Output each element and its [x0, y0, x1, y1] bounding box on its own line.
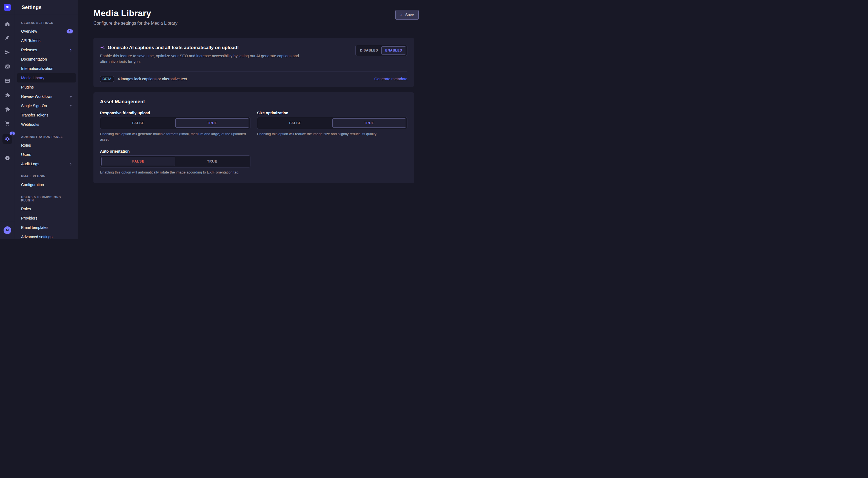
subnav-sections: GLOBAL SETTINGSOverview1API TokensReleas… [15, 15, 78, 239]
user-avatar[interactable]: M [4, 227, 11, 234]
auto-orientation-false-option[interactable]: FALSE [101, 157, 175, 166]
responsive-upload-toggle[interactable]: FALSE TRUE [100, 117, 250, 129]
sidebar-item-releases[interactable]: Releases [17, 45, 75, 55]
sidebar-item-label: Users [21, 152, 73, 157]
save-button[interactable]: ✓ Save [395, 10, 418, 20]
sidebar-item-roles[interactable]: Roles [17, 141, 75, 150]
sidebar-item-label: Advanced settings [21, 235, 73, 239]
responsive-upload-hint: Enabling this option will generate multi… [100, 131, 250, 142]
sidebar-item-label: Internationalization [21, 66, 73, 71]
info-icon[interactable] [5, 155, 10, 161]
sidebar-item-api-tokens[interactable]: API Tokens [17, 36, 75, 45]
responsive-upload-false-option[interactable]: FALSE [101, 118, 175, 128]
sidebar-item-documentation[interactable]: Documentation [17, 55, 75, 64]
sidebar-item-label: Plugins [21, 85, 73, 89]
sidebar-item-label: Releases [21, 48, 69, 52]
ai-toggle-enabled-option[interactable]: ENABLED [381, 46, 406, 55]
sidebar-item-label: Webhooks [21, 122, 73, 127]
settings-subnav: Settings GLOBAL SETTINGSOverview1API Tok… [15, 0, 78, 239]
sidebar-item-label: Configuration [21, 183, 73, 187]
logo-area [0, 0, 15, 15]
page-header: Media Library Configure the settings for… [93, 8, 418, 26]
size-optimization-label: Size optimization [257, 111, 407, 115]
responsive-upload-true-option[interactable]: TRUE [175, 118, 249, 128]
sidebar-item-plugins[interactable]: Plugins [17, 83, 75, 92]
ai-toggle-disabled-option[interactable]: DISABLED [357, 46, 381, 55]
lightning-icon [69, 48, 73, 52]
page-title: Media Library [93, 8, 178, 18]
sidebar-item-overview[interactable]: Overview1 [17, 27, 75, 36]
sidebar-item-webhooks[interactable]: Webhooks [17, 120, 75, 129]
generate-metadata-link[interactable]: Generate metadata [374, 77, 407, 81]
settings-notification-badge: 1 [9, 131, 15, 136]
sidebar-item-email-templates[interactable]: Email templates [17, 223, 75, 232]
strapi-logo-glyph [5, 5, 10, 10]
media-library-icon[interactable] [5, 64, 10, 69]
size-optimization-toggle[interactable]: FALSE TRUE [257, 117, 407, 129]
sidebar-item-providers[interactable]: Providers [17, 213, 75, 223]
rail-bottom: M [0, 222, 15, 239]
sidebar-item-label: Providers [21, 216, 73, 220]
sidebar-item-single-sign-on[interactable]: Single Sign-On [17, 101, 75, 111]
responsive-upload-field: Responsive friendly upload FALSE TRUE En… [100, 111, 250, 142]
asset-management-title: Asset Management [100, 99, 407, 105]
main-content: Media Library Configure the settings for… [78, 0, 434, 239]
auto-orientation-label: Auto orientation [100, 149, 250, 153]
sidebar-item-label: Email templates [21, 225, 73, 230]
subnav-header: Settings [15, 0, 78, 15]
sidebar-item-roles[interactable]: Roles [17, 204, 75, 213]
sidebar-item-users[interactable]: Users [17, 150, 75, 159]
sidebar-item-configuration[interactable]: Configuration [17, 180, 75, 189]
sidebar-item-review-workflows[interactable]: Review Workflows [17, 92, 75, 101]
auto-orientation-toggle[interactable]: FALSE TRUE [100, 155, 250, 168]
subnav-section-label: EMAIL PLUGIN [21, 175, 72, 178]
plugins-icon[interactable] [5, 92, 10, 98]
notification-count-badge: 1 [67, 29, 73, 33]
ai-banner-title: Generate AI captions and alt texts autom… [108, 45, 239, 51]
lightning-icon [69, 104, 73, 108]
strapi-logo[interactable] [4, 4, 11, 11]
sidebar-item-label: Transfer Tokens [21, 113, 73, 117]
main-nav-rail: 1 M [0, 0, 15, 239]
lightning-icon [69, 162, 73, 166]
content-type-builder-icon[interactable] [5, 35, 10, 41]
deploy-icon[interactable] [5, 50, 10, 55]
size-optimization-hint: Enabling this option will reduce the ima… [257, 131, 407, 137]
sidebar-item-label: Audit Logs [21, 162, 69, 166]
lightning-icon [69, 95, 73, 98]
size-optimization-false-option[interactable]: FALSE [258, 118, 332, 128]
sparkle-icon [100, 45, 105, 51]
sidebar-item-label: API Tokens [21, 38, 73, 43]
auto-orientation-true-option[interactable]: TRUE [175, 157, 249, 166]
sidebar-item-label: Review Workflows [21, 94, 69, 99]
content-manager-icon[interactable] [5, 78, 10, 84]
subnav-section-label: USERS & PERMISSIONS PLUGIN [21, 196, 72, 202]
sidebar-item-media-library[interactable]: Media Library [17, 73, 75, 83]
sidebar-item-label: Documentation [21, 57, 73, 61]
sidebar-item-advanced-settings[interactable]: Advanced settings [17, 232, 75, 239]
sidebar-item-audit-logs[interactable]: Audit Logs [17, 159, 75, 169]
sidebar-item-internationalization[interactable]: Internationalization [17, 64, 75, 73]
rail-icon-list: 1 [2, 21, 12, 161]
missing-captions-message: 4 images lack captions or alternative te… [118, 77, 187, 81]
ai-captions-card: Generate AI captions and alt texts autom… [93, 38, 414, 87]
sidebar-item-label: Roles [21, 143, 73, 147]
subnav-section-label: ADMINISTRATION PANEL [21, 135, 72, 139]
settings-icon[interactable]: 1 [2, 134, 12, 144]
page-subtitle: Configure the settings for the Media Lib… [93, 21, 178, 26]
purchase-icon[interactable] [5, 121, 10, 126]
marketplace-icon[interactable] [5, 107, 10, 112]
sidebar-item-label: Overview [21, 29, 67, 33]
app-root: 1 M Settings GLOBAL SETTINGSOverview1API… [0, 0, 434, 239]
asset-management-card: Asset Management Responsive friendly upl… [93, 92, 414, 183]
size-optimization-true-option[interactable]: TRUE [332, 118, 406, 128]
beta-badge: BETA [100, 76, 114, 82]
save-button-label: Save [405, 12, 414, 17]
ai-enable-toggle[interactable]: DISABLED ENABLED [355, 45, 407, 56]
ai-banner-description: Enable this feature to save time, optimi… [100, 53, 311, 65]
home-icon[interactable] [5, 21, 10, 27]
check-icon: ✓ [400, 13, 403, 17]
sidebar-item-label: Media Library [21, 76, 73, 80]
subnav-title: Settings [22, 5, 42, 10]
sidebar-item-transfer-tokens[interactable]: Transfer Tokens [17, 111, 75, 120]
